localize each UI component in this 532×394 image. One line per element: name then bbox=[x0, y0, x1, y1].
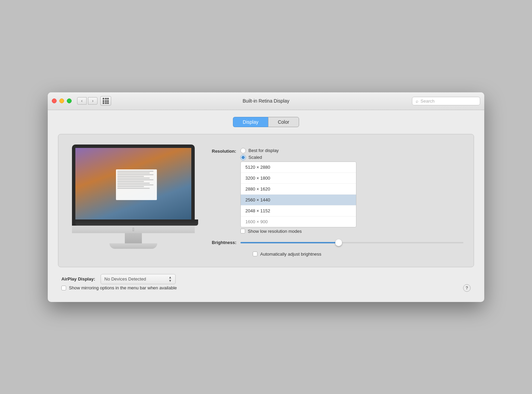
res-item-3200[interactable]: 3200 × 1800 bbox=[241, 173, 356, 184]
auto-brightness-row: Automatically adjust brightness bbox=[253, 252, 463, 257]
res-item-2048[interactable]: 2048 × 1152 bbox=[241, 206, 356, 216]
mirror-left: Show mirroring options in the menu bar w… bbox=[61, 285, 177, 290]
scaled-label: Scaled bbox=[249, 155, 262, 160]
airplay-dropdown-value: No Devices Detected bbox=[104, 276, 146, 282]
tab-segment-control: Display Color bbox=[58, 117, 474, 127]
search-box[interactable]: ⌕ bbox=[412, 97, 480, 105]
brightness-slider-track bbox=[240, 242, 463, 243]
best-for-display-radio[interactable] bbox=[240, 148, 246, 153]
imac-bezel bbox=[75, 219, 198, 226]
resolution-list: 5120 × 2880 3200 × 1800 2880 × 1620 2560… bbox=[240, 162, 356, 227]
back-button[interactable]: ‹ bbox=[77, 97, 87, 105]
resolution-options: Best for display Scaled 5120 × 2880 3200… bbox=[240, 148, 356, 234]
imac-screen-outer bbox=[72, 145, 195, 226]
low-res-checkbox[interactable] bbox=[240, 229, 245, 233]
res-item-1600[interactable]: 1600 × 900 bbox=[241, 216, 356, 227]
titlebar: ‹ › Built-in Retina Display ⌕ bbox=[48, 92, 484, 110]
mirror-row: Show mirroring options in the menu bar w… bbox=[58, 284, 474, 292]
auto-brightness-checkbox[interactable] bbox=[253, 252, 257, 256]
best-for-display-label: Best for display bbox=[249, 148, 279, 153]
tab-color[interactable]: Color bbox=[268, 117, 299, 127]
system-preferences-window: ‹ › Built-in Retina Display ⌕ Display Co… bbox=[48, 92, 484, 302]
airplay-section: AirPlay Display: No Devices Detected ▲ ▼ bbox=[58, 274, 474, 284]
imac-chin:  bbox=[72, 226, 195, 233]
airplay-label: AirPlay Display: bbox=[61, 276, 95, 282]
main-panel:  Resolution: Best for display bbox=[58, 134, 474, 267]
document-overlay bbox=[116, 169, 157, 200]
res-item-2560[interactable]: 2560 × 1440 bbox=[241, 195, 356, 206]
traffic-lights bbox=[52, 98, 72, 103]
imac-stand-neck bbox=[125, 233, 142, 243]
minimize-button[interactable] bbox=[59, 98, 64, 103]
airplay-dropdown[interactable]: No Devices Detected ▲ ▼ bbox=[101, 274, 176, 284]
tab-display[interactable]: Display bbox=[233, 117, 268, 127]
imac-screen bbox=[75, 148, 191, 219]
mirror-label: Show mirroring options in the menu bar w… bbox=[69, 285, 177, 290]
resolution-label: Resolution: bbox=[212, 148, 236, 154]
apple-logo-icon:  bbox=[132, 227, 134, 232]
help-button[interactable]: ? bbox=[463, 284, 471, 292]
brightness-slider-container bbox=[240, 239, 463, 246]
low-res-row: Show low resolution modes bbox=[240, 229, 356, 234]
close-button[interactable] bbox=[52, 98, 57, 103]
low-res-label: Show low resolution modes bbox=[248, 229, 302, 234]
settings-area: Resolution: Best for display Scaled bbox=[212, 145, 463, 257]
radio-selected-indicator bbox=[241, 156, 245, 159]
forward-button[interactable]: › bbox=[88, 97, 98, 105]
content-area: Display Color bbox=[48, 110, 484, 302]
mirror-checkbox[interactable] bbox=[61, 286, 66, 290]
res-item-2880[interactable]: 2880 × 1620 bbox=[241, 184, 356, 195]
resolution-row: Resolution: Best for display Scaled bbox=[212, 148, 463, 234]
brightness-label: Brightness: bbox=[212, 240, 236, 245]
res-item-5120[interactable]: 5120 × 2880 bbox=[241, 162, 356, 173]
brightness-row: Brightness: bbox=[212, 239, 463, 246]
auto-brightness-label: Automatically adjust brightness bbox=[260, 252, 321, 257]
window-title: Built-in Retina Display bbox=[243, 98, 290, 104]
brightness-slider-thumb[interactable] bbox=[335, 239, 342, 246]
grid-icon bbox=[103, 98, 109, 104]
search-input[interactable] bbox=[420, 98, 476, 104]
best-for-display-option[interactable]: Best for display bbox=[240, 148, 356, 153]
maximize-button[interactable] bbox=[67, 98, 72, 103]
search-icon: ⌕ bbox=[416, 98, 418, 104]
nav-buttons: ‹ › bbox=[77, 97, 98, 105]
dropdown-arrows-icon: ▲ ▼ bbox=[168, 276, 172, 283]
imac-illustration:  bbox=[69, 145, 198, 257]
scaled-radio[interactable] bbox=[240, 155, 246, 160]
imac-stand-base bbox=[109, 243, 157, 249]
scaled-option[interactable]: Scaled bbox=[240, 155, 356, 160]
grid-view-button[interactable] bbox=[100, 96, 111, 106]
